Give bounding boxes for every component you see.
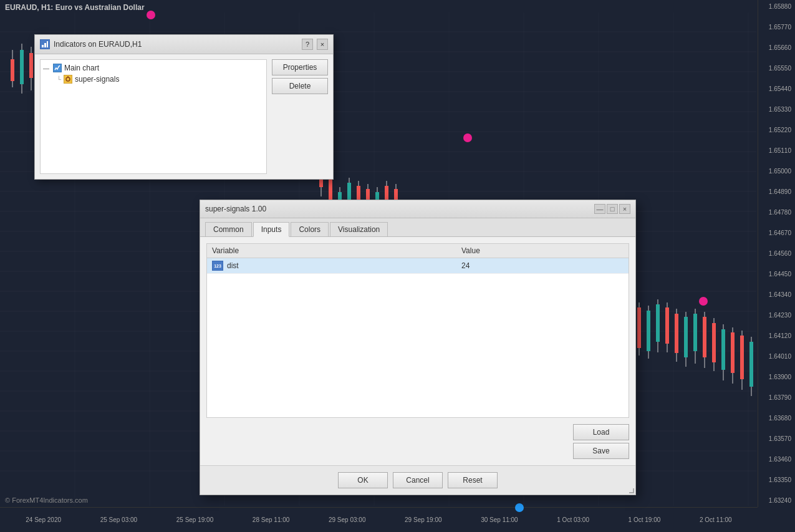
- action-buttons: Load Save: [206, 424, 629, 459]
- signal-dot-1: [147, 11, 155, 19]
- variable-value: 24: [461, 261, 624, 270]
- supersignals-close-button[interactable]: ×: [619, 204, 630, 214]
- supersignals-tabs: Common Inputs Colors Visualization: [200, 218, 635, 237]
- indicators-dialog-title: Indicators on EURAUD,H1: [54, 40, 298, 49]
- tree-indicator-icon: [64, 75, 72, 84]
- svg-rect-194: [44, 43, 46, 47]
- indicator-tree: — Main chart └ super-signals: [40, 59, 267, 174]
- svg-rect-36: [20, 50, 24, 84]
- indicators-dialog-titlebar[interactable]: Indicators on EURAUD,H1 ? ×: [35, 35, 333, 54]
- tree-main-chart: — Main chart: [43, 62, 264, 74]
- svg-rect-180: [693, 314, 697, 351]
- svg-point-196: [66, 77, 70, 81]
- inputs-table: Variable Value 123 dist 24: [206, 243, 629, 418]
- tab-colors[interactable]: Colors: [291, 222, 329, 236]
- tree-chart-icon: [53, 64, 62, 72]
- indicators-close-button[interactable]: ×: [317, 39, 328, 50]
- svg-rect-174: [665, 307, 669, 344]
- svg-rect-170: [647, 311, 650, 351]
- properties-button[interactable]: Properties: [272, 59, 328, 75]
- reset-button[interactable]: Reset: [448, 472, 498, 488]
- supersignals-dialog: super-signals 1.00 — □ × Common Inputs C…: [200, 200, 636, 495]
- tree-indicator-row: └ super-signals: [57, 74, 264, 85]
- indicators-help-button[interactable]: ?: [302, 39, 313, 50]
- svg-rect-193: [42, 45, 44, 47]
- svg-rect-38: [29, 53, 33, 78]
- chart-title: EURAUD, H1: Euro vs Australian Dollar: [5, 3, 145, 12]
- inputs-table-header: Variable Value: [207, 244, 629, 258]
- table-row[interactable]: 123 dist 24: [207, 258, 629, 274]
- supersignals-footer: OK Cancel Reset: [200, 465, 635, 495]
- tab-common[interactable]: Common: [205, 222, 252, 236]
- svg-rect-184: [712, 323, 716, 362]
- time-axis: 24 Sep 2020 25 Sep 03:00 25 Sep 19:00 28…: [0, 507, 758, 532]
- signal-dot-2: [463, 133, 472, 142]
- indicators-dialog-body: — Main chart └ super-signals Properties …: [35, 54, 333, 179]
- row-type-icon: 123: [212, 261, 223, 271]
- supersignals-minimize-button[interactable]: —: [594, 204, 605, 214]
- supersignals-title: super-signals 1.00: [205, 205, 594, 213]
- load-button[interactable]: Load: [573, 424, 629, 440]
- indicators-dialog-icon: [40, 39, 50, 49]
- svg-rect-190: [740, 336, 744, 379]
- svg-rect-182: [703, 317, 706, 357]
- signal-dot-3: [699, 297, 708, 306]
- copyright-text: © ForexMT4Indicators.com: [5, 496, 88, 504]
- cancel-button[interactable]: Cancel: [393, 472, 443, 488]
- svg-rect-176: [675, 314, 678, 353]
- svg-rect-172: [656, 304, 660, 342]
- tree-main-chart-label: Main chart: [64, 64, 99, 72]
- tab-inputs[interactable]: Inputs: [253, 222, 290, 237]
- col-value-header: Value: [461, 246, 624, 255]
- delete-button[interactable]: Delete: [272, 78, 328, 94]
- indicators-dialog: Indicators on EURAUD,H1 ? × — Main chart…: [34, 34, 334, 180]
- supersignals-maximize-button[interactable]: □: [607, 204, 618, 214]
- save-button[interactable]: Save: [573, 443, 629, 459]
- supersignals-window-buttons: — □ ×: [594, 204, 630, 214]
- tree-line-icon: └: [57, 76, 61, 83]
- supersignals-titlebar[interactable]: super-signals 1.00 — □ ×: [200, 200, 635, 218]
- svg-rect-178: [684, 317, 688, 357]
- resize-handle[interactable]: [628, 487, 635, 495]
- svg-rect-188: [731, 332, 735, 373]
- ok-button[interactable]: OK: [338, 472, 388, 488]
- svg-rect-186: [721, 329, 725, 370]
- signal-dot-4: [515, 503, 524, 512]
- indicators-dialog-buttons: Properties Delete: [272, 59, 328, 174]
- tree-indicator-label: super-signals: [75, 75, 119, 84]
- variable-name: dist: [227, 261, 461, 270]
- price-axis: 1.65880 1.65770 1.65660 1.65550 1.65440 …: [758, 0, 795, 507]
- col-variable-header: Variable: [212, 246, 461, 255]
- svg-rect-34: [11, 59, 14, 81]
- svg-rect-195: [47, 41, 48, 47]
- svg-rect-192: [749, 342, 753, 387]
- tree-expand-icon: —: [43, 65, 51, 72]
- svg-rect-168: [637, 307, 641, 348]
- tab-visualization[interactable]: Visualization: [330, 222, 388, 236]
- supersignals-content: Variable Value 123 dist 24 Load Save: [200, 237, 635, 465]
